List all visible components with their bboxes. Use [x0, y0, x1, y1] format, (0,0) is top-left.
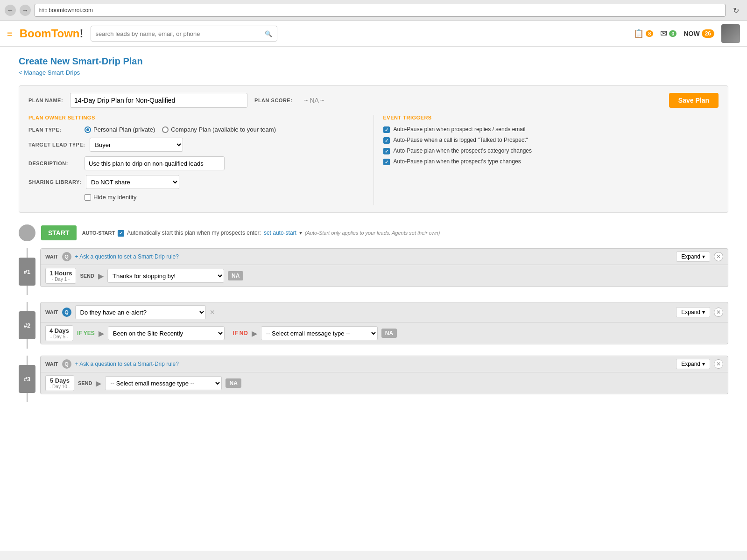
hide-identity-text: Hide my identity [93, 194, 136, 201]
company-plan-radio[interactable]: Company Plan (available to your team) [162, 126, 276, 133]
step-1-expand-button[interactable]: Expand ▾ [676, 252, 710, 262]
step-2-close-button[interactable]: ✕ [714, 308, 723, 317]
forward-button[interactable]: → [20, 5, 31, 16]
step-3-message-select[interactable]: -- Select email message type -- [105, 376, 222, 390]
url-protocol: http [39, 7, 47, 13]
target-lead-select[interactable]: Buyer [90, 138, 183, 152]
auto-start-note: (Auto-Start only applies to your leads. … [305, 230, 440, 236]
step-2-connector [27, 302, 28, 311]
sharing-label: SHARING LIBRARY: [28, 179, 81, 185]
trigger4-row: Auto-Pause plan when the prospect's type… [383, 158, 719, 165]
save-plan-button[interactable]: Save Plan [669, 93, 719, 108]
step-3-q-icon: Q [62, 359, 71, 369]
personal-plan-radio-dot [85, 126, 91, 133]
auto-start-label: AUTO-START [82, 230, 115, 236]
now-label: NOW [684, 30, 699, 37]
step-3-close-button[interactable]: ✕ [714, 359, 723, 369]
search-input[interactable] [96, 30, 261, 37]
sharing-select[interactable]: Do NOT share [86, 175, 179, 189]
step-1-wait-time: 1 Hours - Day 1 - [45, 268, 76, 284]
refresh-button[interactable]: ↻ [729, 4, 742, 17]
step-2-question-clear[interactable]: ✕ [210, 308, 215, 316]
step-1-num-col: #1 [19, 248, 35, 295]
step-2-expand-button[interactable]: Expand ▾ [676, 307, 710, 317]
now-count-badge: 26 [702, 29, 714, 38]
step-3-wait-time: 5 Days - Day 10 - [45, 375, 74, 391]
step-3-na-badge: NA [226, 378, 241, 388]
step-1-badge: #1 [19, 258, 35, 286]
plan-name-input[interactable] [70, 93, 247, 108]
step-2-header: WAIT Q Do they have an e-alert? ✕ Expand… [41, 302, 728, 322]
step-2-yes-arrow-icon: ▶ [99, 329, 104, 338]
step-2-no-arrow-icon: ▶ [252, 329, 257, 338]
plan-name-label: PLAN NAME: [28, 98, 63, 103]
step-1-close-button[interactable]: ✕ [714, 252, 723, 261]
page-content: Create New Smart-Drip Plan < Manage Smar… [0, 47, 747, 551]
step-1-q-icon: Q [62, 252, 71, 261]
step-1-message-select[interactable]: Thanks for stopping by! [107, 269, 224, 283]
plan-name-row: PLAN NAME: PLAN SCORE: ~ NA ~ Save Plan [28, 93, 719, 108]
step-3-expand-chevron-icon: ▾ [702, 361, 705, 367]
step-3-connector [27, 356, 28, 365]
step-2-wait-hours: 4 Days [49, 327, 69, 334]
trigger3-checkbox[interactable] [383, 148, 390, 154]
auto-start-description: Automatically start this plan when my pr… [127, 230, 261, 236]
avatar[interactable] [721, 24, 740, 43]
step-3-wait-day: - Day 10 - [49, 384, 70, 389]
description-row: DESCRIPTION: [28, 156, 364, 170]
step-1-header: WAIT Q + Ask a question to set a Smart-D… [41, 249, 728, 265]
step-3-header: WAIT Q + Ask a question to set a Smart-D… [41, 356, 728, 372]
step-3-arrow-icon: ▶ [96, 379, 101, 388]
plan-type-label: PLAN TYPE: [28, 127, 80, 133]
trigger4-label: Auto-Pause plan when the prospect's type… [394, 158, 521, 165]
step-1-ask-question[interactable]: + Ask a question to set a Smart-Drip rul… [75, 253, 179, 260]
task-icon-group[interactable]: 📋 8 [634, 28, 653, 39]
step-2-no-select[interactable]: -- Select email message type -- [261, 326, 378, 340]
hide-identity-row: Hide my identity [85, 194, 364, 201]
message-icon-group[interactable]: ✉ 0 [660, 28, 677, 39]
url-bar[interactable]: http boomtownroi.com [35, 4, 726, 17]
set-auto-start-link[interactable]: set auto-start [264, 230, 296, 236]
auto-start-checkbox[interactable] [118, 230, 124, 237]
personal-plan-radio[interactable]: Personal Plan (private) [85, 126, 155, 133]
browser-chrome: ← → http boomtownroi.com ↻ [0, 0, 747, 21]
hide-identity-checkbox[interactable] [85, 194, 91, 201]
trigger2-row: Auto-Pause when a call is logged "Talked… [383, 137, 719, 144]
hamburger-icon[interactable]: ≡ [7, 28, 13, 39]
step-3-card: WAIT Q + Ask a question to set a Smart-D… [40, 356, 728, 394]
step-1-connector [27, 248, 28, 258]
arrow-down-icon: ▾ [299, 230, 302, 236]
url-domain: boomtownroi.com [49, 7, 93, 14]
trigger2-checkbox[interactable] [383, 137, 390, 144]
breadcrumb-link[interactable]: < Manage Smart-Drips [19, 69, 80, 76]
step-2-wait-label: WAIT [45, 309, 58, 315]
search-box[interactable]: 🔍 [91, 26, 277, 42]
step-3-ask-question[interactable]: + Ask a question to set a Smart-Drip rul… [75, 361, 179, 367]
auto-start-text: AUTO-START Automatically start this plan… [82, 230, 440, 237]
hide-identity-checkbox-label[interactable]: Hide my identity [85, 194, 136, 201]
message-count-badge: 0 [669, 30, 677, 37]
start-button[interactable]: START [41, 225, 77, 240]
step-2-q-icon: Q [62, 308, 71, 317]
trigger1-checkbox[interactable] [383, 126, 390, 133]
step-1-wait-hours: 1 Hours [49, 270, 72, 277]
plan-divider [374, 115, 374, 205]
task-icon: 📋 [634, 28, 644, 39]
back-button[interactable]: ← [5, 5, 16, 16]
now-group[interactable]: NOW 26 [684, 29, 714, 38]
plan-owner-section: PLAN OWNER SETTINGS PLAN TYPE: Personal … [28, 115, 364, 205]
company-plan-radio-dot [162, 126, 169, 133]
top-nav: ≡ BoomTown! 🔍 📋 8 ✉ 0 NOW 26 [0, 21, 747, 47]
step-2-yes-select[interactable]: Been on the Site Recently [108, 326, 225, 340]
drip-section: START AUTO-START Automatically start thi… [19, 224, 728, 402]
plan-type-row: PLAN TYPE: Personal Plan (private) Compa… [28, 126, 364, 133]
step-2-question-select[interactable]: Do they have an e-alert? [75, 305, 206, 319]
description-input[interactable] [85, 156, 225, 170]
step-3-expand-button[interactable]: Expand ▾ [676, 359, 710, 369]
step-3-num-col: #3 [19, 356, 35, 402]
trigger4-checkbox[interactable] [383, 159, 390, 165]
step-3-wait-hours: 5 Days [49, 377, 70, 384]
event-triggers-section: EVENT TRIGGERS Auto-Pause plan when pros… [383, 115, 719, 205]
step-2-if-yes-label: IF YES [77, 330, 95, 336]
expand-chevron-icon: ▾ [702, 253, 705, 260]
